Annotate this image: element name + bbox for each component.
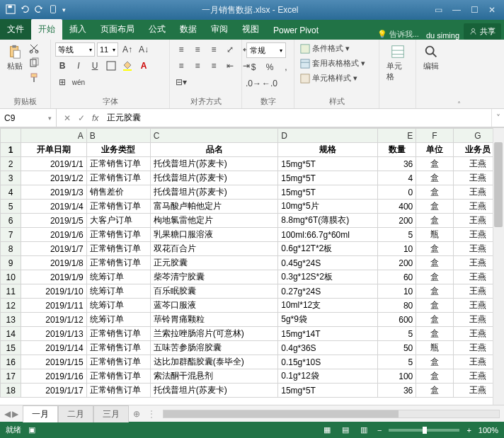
cell[interactable]: 荜铃胃痛颗粒: [150, 313, 277, 327]
cell[interactable]: 盒: [416, 284, 453, 299]
increase-font-icon[interactable]: A↑: [120, 42, 134, 57]
cell[interactable]: 销售差价: [86, 185, 150, 200]
share-button[interactable]: 共享: [464, 23, 501, 40]
cell[interactable]: 统筹订单: [86, 313, 150, 327]
col-header-D[interactable]: D: [278, 129, 378, 143]
macro-record-icon[interactable]: ▣: [28, 425, 35, 434]
expand-formula-bar-icon[interactable]: ˅: [491, 109, 504, 127]
col-header-B[interactable]: B: [86, 129, 150, 143]
cell[interactable]: 正常销售订单: [86, 200, 150, 214]
cell[interactable]: 15mg*5T: [278, 185, 378, 200]
sheet-nav-next-icon[interactable]: ▶: [12, 409, 18, 419]
border-icon[interactable]: [104, 59, 118, 73]
cell[interactable]: 正常销售订单: [86, 228, 150, 242]
font-size-select[interactable]: 11▾: [97, 42, 118, 57]
cell[interactable]: 2019/1/5: [21, 214, 86, 228]
decrease-font-icon[interactable]: A↓: [137, 42, 151, 57]
row-header[interactable]: 3: [1, 171, 21, 185]
align-bottom-icon[interactable]: ≡: [207, 42, 221, 57]
conditional-format-button[interactable]: 条件格式 ▾: [299, 42, 351, 54]
font-name-select[interactable]: 等线▾: [55, 42, 95, 57]
format-painter-icon[interactable]: [28, 72, 40, 86]
row-header[interactable]: 13: [1, 313, 21, 327]
cell[interactable]: 60: [377, 270, 416, 284]
cell[interactable]: 双花百合片: [150, 242, 277, 256]
format-table-button[interactable]: 套用表格格式 ▾: [299, 57, 367, 69]
select-all-cell[interactable]: [1, 129, 21, 143]
row-header[interactable]: 9: [1, 256, 21, 270]
cell[interactable]: 36: [377, 157, 416, 171]
align-middle-icon[interactable]: ≡: [190, 42, 205, 57]
cell[interactable]: 400: [377, 200, 416, 214]
cell[interactable]: 2019/1/14: [21, 341, 86, 355]
header-cell[interactable]: 单位: [416, 143, 453, 157]
row-header[interactable]: 10: [1, 270, 21, 284]
row-header[interactable]: 1: [1, 143, 21, 157]
cell[interactable]: 盒: [416, 171, 453, 185]
cell[interactable]: 2019/1/17: [21, 384, 86, 398]
increase-decimal-icon[interactable]: .0→: [246, 76, 260, 91]
number-format-select[interactable]: 常规▾: [246, 42, 286, 58]
cell[interactable]: 正常销售订单: [86, 355, 150, 369]
sheet-tab-2[interactable]: 二月: [58, 405, 93, 422]
formula-input[interactable]: [107, 113, 487, 123]
cell[interactable]: 8.8mg*6T(薄膜衣): [278, 214, 378, 228]
border-more-icon[interactable]: ⊞: [55, 75, 69, 89]
cell[interactable]: 正常销售订单: [86, 256, 150, 270]
cell[interactable]: 正常销售订单: [86, 327, 150, 341]
cell[interactable]: 柴芩清宁胶囊: [150, 270, 277, 284]
tab-formula[interactable]: 公式: [142, 19, 173, 40]
tab-home[interactable]: 开始: [31, 19, 62, 40]
enter-formula-icon[interactable]: ✓: [78, 113, 85, 123]
cell[interactable]: 盒: [416, 384, 453, 398]
tell-me[interactable]: 💡 告诉我...: [377, 29, 419, 40]
cell[interactable]: 正常销售订单: [86, 171, 150, 185]
cell[interactable]: 盒: [416, 157, 453, 171]
sheet-nav-prev-icon[interactable]: ◀: [4, 409, 11, 419]
cell[interactable]: 盒: [416, 214, 453, 228]
cell[interactable]: 盒: [416, 313, 453, 327]
cell[interactable]: 2019/1/8: [21, 256, 86, 270]
cell[interactable]: 枸地氯雷他定片: [150, 214, 277, 228]
cell[interactable]: 2019/1/15: [21, 355, 86, 369]
page-break-view-icon[interactable]: ▥: [357, 425, 370, 434]
row-header[interactable]: 11: [1, 284, 21, 299]
cell[interactable]: 5: [377, 327, 416, 341]
cell[interactable]: 盒: [416, 369, 453, 384]
cell[interactable]: 蓝芩口服液: [150, 299, 277, 313]
cell[interactable]: 托伐普坦片(苏麦卡): [150, 157, 277, 171]
fill-color-icon[interactable]: [120, 59, 134, 73]
cell[interactable]: 正常销售订单: [86, 242, 150, 256]
cancel-formula-icon[interactable]: ✕: [64, 113, 71, 123]
align-top-icon[interactable]: ≡: [174, 42, 188, 57]
align-left-icon[interactable]: ≡: [174, 59, 188, 73]
row-header[interactable]: 16: [1, 355, 21, 369]
cell[interactable]: 正元胶囊: [150, 256, 277, 270]
header-cell[interactable]: 规格: [278, 143, 378, 157]
cell[interactable]: 0.6g*12T*2板: [278, 242, 378, 256]
cell[interactable]: 15mg*5T: [278, 384, 378, 398]
cell[interactable]: 托伐普坦片(苏麦卡): [150, 384, 277, 398]
cell[interactable]: 0: [377, 185, 416, 200]
editing-button[interactable]: 编辑: [420, 42, 442, 73]
col-header-A[interactable]: A: [21, 129, 86, 143]
col-header-C[interactable]: C: [150, 129, 277, 143]
cell[interactable]: 2019/1/4: [21, 200, 86, 214]
minimize-icon[interactable]: —: [452, 5, 461, 15]
row-header[interactable]: 4: [1, 185, 21, 200]
row-header[interactable]: 6: [1, 214, 21, 228]
cell[interactable]: 0.3g*12S*2板: [278, 270, 378, 284]
cell[interactable]: 盒: [416, 256, 453, 270]
zoom-level[interactable]: 100%: [479, 426, 498, 434]
row-header[interactable]: 2: [1, 157, 21, 171]
cell[interactable]: 盒: [416, 327, 453, 341]
cell[interactable]: 15mg*5T: [278, 157, 378, 171]
bold-button[interactable]: B: [55, 59, 69, 73]
cell[interactable]: 200: [377, 256, 416, 270]
new-sheet-icon[interactable]: ⊕: [129, 409, 144, 419]
cell[interactable]: 托伐普坦片(苏麦卡): [150, 185, 277, 200]
cell[interactable]: 2019/1/2: [21, 171, 86, 185]
vertical-scrollbar[interactable]: [493, 128, 504, 405]
cell[interactable]: 兰索拉唑肠溶片(可意林): [150, 327, 277, 341]
cell[interactable]: 10: [377, 242, 416, 256]
